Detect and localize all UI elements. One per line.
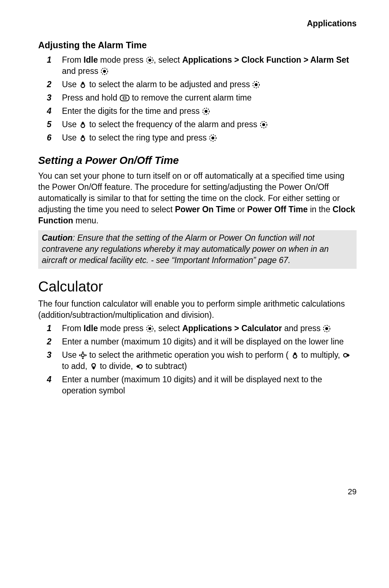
nav-all-icon: [79, 351, 87, 359]
heading-adjusting-alarm: Adjusting the Alarm Time: [38, 39, 357, 52]
alarm-step-6: Use to select the ring type and press: [47, 132, 357, 143]
nav-right-icon: [343, 351, 350, 359]
nav-up-icon: [79, 134, 87, 142]
center-select-icon: [323, 325, 331, 333]
caution-label: Caution: [42, 233, 73, 242]
power-paragraph: You can set your phone to turn itself on…: [38, 170, 357, 226]
center-select-icon: [146, 56, 154, 64]
alarm-step-4: Enter the digits for the time and press: [47, 106, 357, 117]
center-select-icon: [146, 325, 154, 333]
alarm-steps-list: From Idle mode press , select Applicatio…: [38, 54, 357, 143]
page: Applications Adjusting the Alarm Time Fr…: [0, 0, 389, 588]
alarm-step-3: Press and hold to remove the current ala…: [47, 92, 357, 103]
page-number: 29: [38, 486, 357, 497]
heading-calculator: Calculator: [38, 277, 357, 296]
center-select-icon: [100, 67, 108, 75]
nav-up-icon: [79, 121, 87, 129]
calc-step-3: Use to select the arithmetic operation y…: [47, 349, 357, 372]
nav-down-icon: [90, 362, 98, 370]
calculator-steps-list: From Idle mode press , select Applicatio…: [38, 323, 357, 396]
alarm-step-1: From Idle mode press , select Applicatio…: [47, 54, 357, 77]
nav-up-icon: [79, 81, 87, 89]
nav-left-icon: [135, 362, 143, 370]
center-select-icon: [202, 107, 210, 115]
caution-text: : Ensure that the setting of the Alarm o…: [42, 233, 329, 265]
caution-box: Caution: Ensure that the setting of the …: [38, 230, 357, 269]
alarm-step-2: Use to select the alarm to be adjusted a…: [47, 79, 357, 90]
center-select-icon: [252, 81, 260, 89]
alarm-step-5: Use to select the frequency of the alarm…: [47, 119, 357, 130]
calc-step-2: Enter a number (maximum 10 digits) and i…: [47, 336, 357, 347]
heading-power-onoff: Setting a Power On/Off Time: [38, 153, 357, 168]
calculator-intro: The four function calculator will enable…: [38, 298, 357, 321]
section-header: Applications: [38, 18, 357, 29]
nav-up-icon: [291, 351, 299, 359]
clear-key-icon: [120, 94, 130, 102]
calc-step-4: Enter a number (maximum 10 digits) and i…: [47, 374, 357, 396]
center-select-icon: [260, 121, 268, 129]
calc-step-1: From Idle mode press , select Applicatio…: [47, 323, 357, 334]
center-select-icon: [209, 134, 217, 142]
